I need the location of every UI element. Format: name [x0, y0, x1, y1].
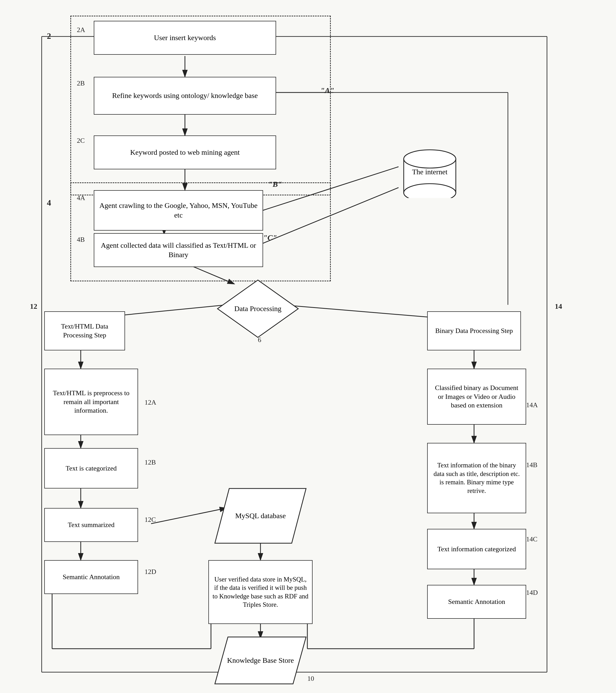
box-text-summarized: Text summarized — [44, 508, 138, 542]
box-text-html-step: Text/HTML Data Processing Step — [44, 311, 125, 351]
label-12c: 12C — [144, 516, 156, 524]
box-binary-step: Binary Data Processing Step — [427, 311, 521, 351]
box-refine-keywords: Refine keywords using ontology/ knowledg… — [94, 77, 276, 115]
label-2b: 2B — [77, 79, 85, 87]
box-keyword-posted: Keyword posted to web mining agent — [94, 136, 276, 169]
text-semantic-annotation-left: Semantic Annotation — [63, 573, 120, 581]
text-keyword-posted: Keyword posted to web mining agent — [130, 148, 240, 157]
box-text-info-categorized: Text information categorized — [427, 529, 526, 569]
text-classified-binary: Classified binary as Document or Images … — [431, 383, 522, 410]
box-semantic-annotation-right: Semantic Annotation — [427, 585, 526, 619]
label-14b: 14B — [526, 461, 537, 469]
text-text-html-preprocess: Text/HTML is preprocess to remain all im… — [48, 389, 134, 415]
label-c: "C" — [263, 233, 277, 242]
cylinder-internet: The internet — [401, 146, 458, 198]
label-14d: 14D — [526, 589, 538, 597]
label-4: 4 — [47, 198, 51, 207]
text-text-summarized: Text summarized — [68, 520, 114, 529]
diamond-data-processing: Data Processing — [216, 279, 300, 339]
parallelogram-mysql: MySQL database — [214, 487, 307, 544]
label-4b: 4B — [77, 236, 85, 243]
label-12d: 12D — [144, 568, 156, 576]
label-2: 2 — [47, 31, 51, 41]
label-b: "B" — [268, 180, 282, 189]
box-classified-binary: Classified binary as Document or Images … — [427, 369, 526, 425]
label-4a: 4A — [77, 194, 85, 202]
text-text-info-categorized: Text information categorized — [437, 545, 516, 554]
text-agent-crawling: Agent crawling to the Google, Yahoo, MSN… — [98, 201, 259, 220]
label-14: 14 — [555, 302, 562, 311]
text-user-verified: User verified data store in MySQL, if th… — [213, 575, 309, 609]
text-the-internet: The internet — [412, 167, 448, 177]
label-2a: 2A — [77, 26, 85, 34]
box-agent-crawling: Agent crawling to the Google, Yahoo, MSN… — [94, 190, 263, 231]
label-14a: 14A — [526, 401, 538, 409]
text-mysql: MySQL database — [214, 487, 307, 544]
diagram-container: 2 2A User insert keywords 2B Refine keyw… — [0, 0, 616, 693]
box-user-insert-keywords: User insert keywords — [94, 21, 276, 55]
box-text-categorized: Text is categorized — [44, 448, 138, 489]
label-6: 6 — [258, 336, 261, 344]
box-text-info-binary: Text information of the binary data such… — [427, 443, 526, 513]
label-10: 10 — [307, 675, 314, 682]
label-12a: 12A — [144, 399, 156, 407]
parallelogram-knowledge: Knowledge Base Store — [214, 636, 307, 685]
svg-line-11 — [281, 305, 438, 318]
svg-point-40 — [404, 150, 456, 168]
text-data-processing: Data Processing — [216, 279, 300, 339]
text-semantic-annotation-right: Semantic Annotation — [448, 597, 505, 606]
text-agent-collected: Agent collected data will classified as … — [98, 241, 259, 260]
label-2c: 2C — [77, 137, 85, 144]
text-binary-step: Binary Data Processing Step — [435, 326, 513, 335]
box-user-verified: User verified data store in MySQL, if th… — [208, 560, 313, 624]
label-a: "A" — [320, 86, 334, 95]
text-text-categorized: Text is categorized — [66, 464, 117, 473]
text-user-insert-keywords: User insert keywords — [154, 33, 216, 42]
text-text-html-step: Text/HTML Data Processing Step — [48, 322, 121, 340]
label-12b: 12B — [144, 458, 156, 466]
text-refine-keywords: Refine keywords using ontology/ knowledg… — [112, 91, 258, 100]
label-12: 12 — [30, 302, 37, 311]
label-14c: 14C — [526, 535, 537, 543]
box-semantic-annotation-left: Semantic Annotation — [44, 560, 138, 594]
box-text-html-preprocess: Text/HTML is preprocess to remain all im… — [44, 369, 138, 435]
text-text-info-binary: Text information of the binary data such… — [431, 461, 522, 495]
box-agent-collected: Agent collected data will classified as … — [94, 233, 263, 267]
text-knowledge-base: Knowledge Base Store — [214, 636, 307, 685]
